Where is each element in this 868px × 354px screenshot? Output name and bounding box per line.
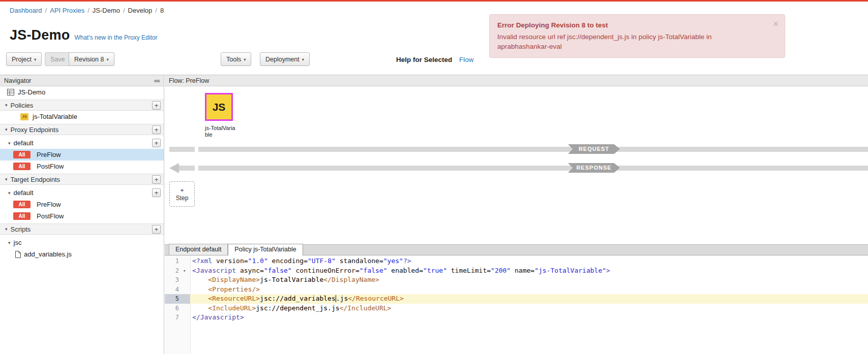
code-line[interactable]: 7</Javascript> — [165, 313, 868, 323]
breadcrumb-dashboard[interactable]: Dashboard — [10, 7, 42, 14]
triangle-down-icon: ▾ — [5, 227, 8, 232]
triangle-down-icon: ▾ — [5, 177, 8, 182]
navigator-title: Navigator — [4, 77, 32, 84]
nav-section-policies[interactable]: ▾ Policies + — [0, 100, 164, 111]
nav-section-scripts[interactable]: ▾ Scripts + — [0, 223, 164, 235]
proxy-preflow-label: PreFlow — [37, 151, 61, 158]
whats-new-link[interactable]: What's new in the Proxy Editor — [74, 34, 157, 41]
all-badge: All — [13, 212, 31, 220]
deployment-label: Deployment — [265, 56, 300, 63]
project-label: Project — [12, 56, 32, 63]
flow-help-link[interactable]: Flow — [459, 56, 474, 63]
code-line[interactable]: 6 <IncludeURL>jsc://dependent_js.js</Inc… — [165, 304, 868, 313]
plus-icon: + — [180, 187, 184, 194]
navigator-panel: Navigator «« JS-Demo ▾ Policies + JS — [0, 75, 164, 354]
nav-item-target-default[interactable]: ▾ default + — [0, 187, 164, 199]
breadcrumb-api-proxies[interactable]: API Proxies — [50, 7, 84, 14]
line-number: 4 — [165, 285, 182, 295]
save-button[interactable]: Save — [45, 52, 71, 66]
policies-section-label: Policies — [11, 102, 34, 109]
all-badge: All — [13, 151, 31, 158]
add-step-button[interactable]: + Step — [169, 181, 195, 207]
nav-section-proxy-endpoints[interactable]: ▾ Proxy Endpoints + — [0, 124, 164, 135]
nav-section-target-endpoints[interactable]: ▾ Target Endpoints + — [0, 174, 164, 185]
breadcrumb-separator: / — [87, 7, 89, 14]
nav-item-proxy-default[interactable]: ▾ default + — [0, 137, 164, 149]
tab-endpoint-default[interactable]: Endpoint default — [169, 244, 228, 255]
step-button-label: Step — [176, 195, 189, 202]
fold-spacer — [182, 304, 190, 313]
nav-item-target-postflow[interactable]: All PostFlow — [0, 210, 164, 222]
flow-canvas[interactable]: JS js-TotalVariable REQUEST RESPONSE + S… — [165, 86, 868, 244]
script-file-label: add_variables.js — [24, 250, 72, 258]
add-proxy-flow-button[interactable]: + — [152, 139, 161, 147]
nav-item-proxy-root[interactable]: JS-Demo — [0, 86, 164, 98]
revision-menu-button[interactable]: Revision 8 ▾ — [69, 52, 114, 66]
nav-item-jsc-folder[interactable]: ▾ jsc — [0, 237, 164, 248]
tools-label: Tools — [226, 56, 241, 63]
project-menu-button[interactable]: Project ▾ — [6, 52, 42, 66]
request-flow-bar — [198, 147, 868, 152]
jsc-folder-label: jsc — [14, 239, 22, 246]
page-header: JS-Demo What's new in the Proxy Editor — [10, 27, 157, 43]
nav-item-target-preflow[interactable]: All PreFlow — [0, 199, 164, 210]
code-line-text: <IncludeURL>jsc://dependent_js.js</Inclu… — [190, 304, 868, 313]
policy-node-js-totalvariable[interactable]: JS — [205, 93, 233, 121]
close-icon[interactable]: × — [773, 17, 779, 31]
code-line[interactable]: 3 <DisplayName>js-TotalVariable</Display… — [165, 275, 868, 285]
error-message: Invalid resource url ref jsc://dependent… — [497, 32, 763, 52]
editor-tab-bar: Endpoint default Policy js-TotalVariable — [165, 244, 868, 255]
add-proxy-endpoint-button[interactable]: + — [152, 125, 161, 134]
nav-item-js-totalvariable[interactable]: JS js-TotalVariable — [0, 111, 164, 122]
nav-item-add-variables-js[interactable]: add_variables.js — [0, 248, 164, 260]
triangle-down-icon: ▾ — [5, 103, 8, 108]
navigator-header: Navigator «« — [0, 75, 164, 86]
all-badge: All — [13, 163, 31, 170]
add-policy-button[interactable]: + — [152, 101, 161, 110]
tools-menu-button[interactable]: Tools ▾ — [221, 52, 251, 66]
code-line[interactable]: 2▾<Javascript async="false" continueOnEr… — [165, 266, 868, 276]
code-line[interactable]: 5 <ResourceURL>jsc://add_variables.js</R… — [165, 294, 868, 304]
chevron-down-icon: ▾ — [244, 57, 246, 62]
target-endpoints-section-label: Target Endpoints — [11, 176, 61, 183]
nav-root-label: JS-Demo — [18, 88, 45, 96]
js-policy-icon: JS — [20, 113, 28, 120]
breadcrumb: Dashboard/API Proxies/JS-Demo/Develop/8 — [10, 7, 164, 14]
line-number: 5 — [165, 294, 182, 304]
nav-item-proxy-postflow[interactable]: All PostFlow — [0, 160, 164, 172]
code-line[interactable]: 1<?xml version="1.0" encoding="UTF-8" st… — [165, 256, 868, 266]
file-icon — [15, 251, 21, 258]
error-banner: Error Deploying Revision 8 to test Inval… — [489, 14, 785, 58]
chevron-down-icon: ▾ — [34, 57, 36, 62]
target-preflow-label: PreFlow — [37, 201, 61, 208]
response-lane-badge: RESPONSE — [568, 163, 620, 173]
breadcrumb-separator: / — [45, 7, 47, 14]
flow-panel: Flow: PreFlow JS js-TotalVariable REQUES… — [165, 75, 868, 244]
revision-label: Revision 8 — [74, 56, 104, 63]
toolbar: Project ▾ Save Revision 8 ▾ Tools ▾ Depl… — [0, 52, 868, 68]
code-line[interactable]: 4 <Properties/> — [165, 285, 868, 295]
fold-spacer — [182, 285, 190, 295]
save-label: Save — [50, 56, 65, 63]
triangle-down-icon: ▾ — [8, 190, 11, 196]
fold-spacer — [182, 313, 190, 323]
request-flow-bar-start — [169, 147, 195, 152]
line-number: 6 — [165, 304, 182, 313]
add-target-endpoint-button[interactable]: + — [152, 175, 161, 184]
line-number: 1 — [165, 256, 182, 266]
code-line-text: <ResourceURL>jsc://add_variables.js</Res… — [190, 294, 868, 304]
error-title: Error Deploying Revision 8 to test — [497, 20, 763, 30]
deployment-menu-button[interactable]: Deployment ▾ — [260, 52, 310, 66]
code-editor[interactable]: 1<?xml version="1.0" encoding="UTF-8" st… — [165, 255, 868, 354]
nav-item-proxy-preflow[interactable]: All PreFlow — [0, 149, 164, 160]
help-for-selected-label: Help for Selected — [396, 56, 452, 63]
add-script-button[interactable]: + — [152, 225, 161, 234]
tab-policy-js-totalvariable[interactable]: Policy js-TotalVariable — [228, 244, 303, 255]
collapse-sidebar-button[interactable]: «« — [154, 77, 160, 84]
flow-header: Flow: PreFlow — [165, 75, 868, 86]
line-number: 7 — [165, 313, 182, 323]
proxy-default-label: default — [14, 139, 34, 147]
add-target-flow-button[interactable]: + — [152, 188, 161, 197]
code-line-text: <Javascript async="false" continueOnErro… — [190, 266, 868, 276]
fold-arrow-icon[interactable]: ▾ — [182, 266, 190, 276]
